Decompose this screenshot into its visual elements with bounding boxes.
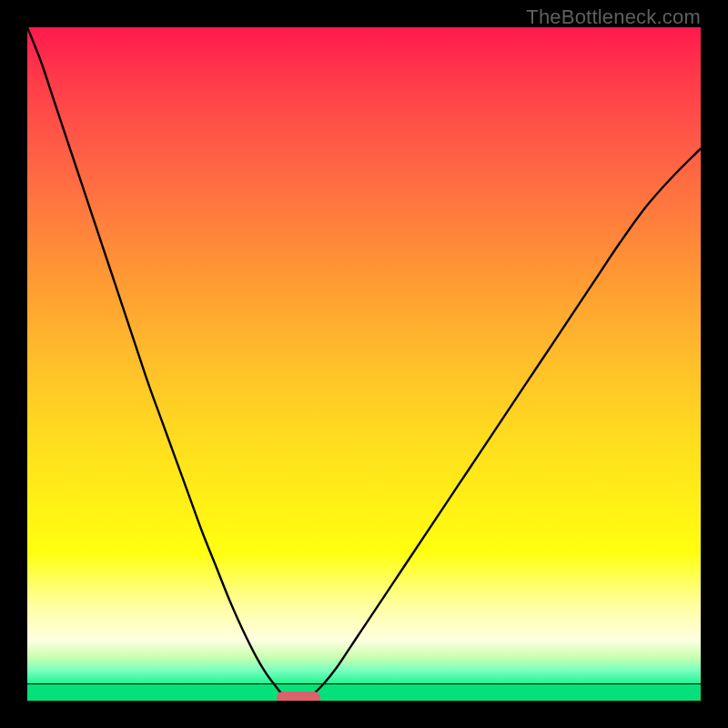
right-branch-curve <box>310 148 701 697</box>
attribution-text: TheBottleneck.com <box>526 5 701 29</box>
plot-area <box>27 27 701 701</box>
chart-frame: TheBottleneck.com <box>0 0 728 728</box>
optimal-marker <box>277 692 320 701</box>
curve-layer <box>27 27 701 701</box>
left-branch-curve <box>27 27 285 697</box>
